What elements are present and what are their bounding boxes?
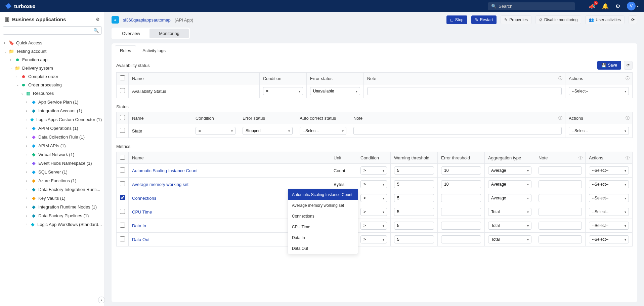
- note-input[interactable]: [539, 166, 582, 175]
- error-status-select[interactable]: Stopped: [243, 127, 293, 135]
- error-threshold-input[interactable]: [441, 194, 481, 202]
- warning-threshold-input[interactable]: [394, 194, 434, 202]
- settings-gear-icon[interactable]: ⚙: [615, 3, 620, 9]
- error-threshold-input[interactable]: [441, 166, 481, 175]
- select-all-checkbox[interactable]: [120, 75, 125, 80]
- aggregation-select[interactable]: Average: [488, 194, 531, 202]
- tree-resource-item[interactable]: › ◆ APIM Operations (1): [0, 124, 104, 132]
- tree-resource-item[interactable]: › ◆ Data Factory Pipelines (1): [0, 211, 104, 220]
- dropdown-item[interactable]: Connections: [288, 211, 358, 222]
- row-checkbox[interactable]: [120, 236, 125, 241]
- warning-threshold-input[interactable]: [394, 222, 434, 230]
- brand-logo[interactable]: turbo360: [5, 3, 35, 9]
- dropdown-item[interactable]: Average memory working set: [288, 200, 358, 211]
- actions-select[interactable]: --Select--: [589, 235, 629, 243]
- actions-select[interactable]: --Select--: [569, 127, 629, 135]
- condition-select[interactable]: >: [360, 180, 387, 188]
- warning-threshold-input[interactable]: [394, 235, 434, 243]
- metric-name-link[interactable]: Data Out: [132, 237, 149, 242]
- aggregation-select[interactable]: Total: [488, 222, 531, 230]
- dropdown-item[interactable]: Automatic Scaling Instance Count: [288, 189, 358, 200]
- warning-threshold-input[interactable]: [394, 180, 434, 188]
- condition-select[interactable]: >: [360, 208, 387, 216]
- row-checkbox[interactable]: [120, 88, 125, 93]
- actions-select[interactable]: --Select--: [589, 166, 629, 175]
- condition-select[interactable]: >: [360, 222, 387, 230]
- row-checkbox[interactable]: [120, 181, 125, 186]
- stop-button[interactable]: ◻Stop: [446, 15, 467, 24]
- info-icon[interactable]: ⓘ: [626, 76, 630, 81]
- select-all-checkbox[interactable]: [120, 115, 125, 120]
- tree-testing-account[interactable]: ⌄ 📁 Testing account: [0, 47, 104, 55]
- row-checkbox[interactable]: [120, 195, 125, 200]
- tab-monitoring[interactable]: Monitoring: [149, 29, 189, 38]
- sidebar-search-input[interactable]: [6, 28, 93, 33]
- auto-correct-select[interactable]: --Select--: [300, 127, 346, 135]
- row-checkbox[interactable]: [120, 223, 125, 228]
- note-input[interactable]: [353, 127, 562, 135]
- refresh-section-button[interactable]: ⟳: [624, 61, 633, 70]
- condition-select[interactable]: >: [360, 166, 387, 175]
- aggregation-select[interactable]: Total: [488, 235, 531, 243]
- tree-delivery-system[interactable]: ⌄ 📁 Delivery system: [0, 64, 104, 72]
- metric-name-link[interactable]: Data In: [132, 223, 146, 228]
- sidebar-search[interactable]: 🔍: [3, 26, 102, 35]
- global-search[interactable]: 🔍: [488, 2, 575, 10]
- tree-quick-access[interactable]: › 🔖 Quick Access: [0, 39, 104, 47]
- tree-complete-order[interactable]: › Complete order: [0, 72, 104, 81]
- error-threshold-input[interactable]: [441, 235, 481, 243]
- save-button[interactable]: 💾Save: [597, 61, 621, 70]
- tree-function-app[interactable]: › Function app: [0, 55, 104, 64]
- actions-select[interactable]: --Select--: [589, 222, 629, 230]
- info-icon[interactable]: ⓘ: [626, 155, 630, 161]
- row-checkbox[interactable]: [120, 128, 125, 133]
- tab-overview[interactable]: Overview: [113, 29, 149, 38]
- metric-name-link[interactable]: Average memory working set: [132, 182, 188, 187]
- info-icon[interactable]: ⓘ: [626, 115, 630, 121]
- error-status-select[interactable]: Unavailable: [310, 87, 360, 95]
- sidebar-gear-icon[interactable]: ⚙: [96, 17, 100, 22]
- global-search-input[interactable]: [499, 4, 572, 9]
- tree-resource-item[interactable]: › ◆ SQL Server (1): [0, 167, 104, 176]
- tree-resource-item[interactable]: › ◆ Logic App Workflows (Standard...: [0, 220, 104, 229]
- tree-resource-item[interactable]: › ◆ Integration Runtime Nodes (1): [0, 202, 104, 211]
- aggregation-select[interactable]: Total: [488, 208, 531, 216]
- subtab-rules[interactable]: Rules: [115, 45, 136, 56]
- info-icon[interactable]: ⓘ: [558, 76, 562, 81]
- refresh-button[interactable]: ⟳: [629, 15, 637, 24]
- note-input[interactable]: [539, 208, 582, 216]
- dropdown-item[interactable]: Data In: [288, 232, 358, 243]
- user-menu[interactable]: V ▾: [627, 2, 639, 10]
- aggregation-select[interactable]: Average: [488, 180, 531, 188]
- tree-resource-item[interactable]: › ◆ Integration Account (1): [0, 106, 104, 115]
- note-input[interactable]: [539, 222, 582, 230]
- warning-threshold-input[interactable]: [394, 208, 434, 216]
- dropdown-item[interactable]: Data Out: [288, 243, 358, 254]
- actions-select[interactable]: --Select--: [589, 194, 629, 202]
- properties-button[interactable]: ✎Properties: [501, 15, 531, 24]
- metric-name-link[interactable]: CPU Time: [132, 209, 152, 215]
- dropdown-item[interactable]: CPU Time: [288, 222, 358, 232]
- tree-resource-item[interactable]: › ◆ Logic Apps Custom Connector (1): [0, 115, 104, 124]
- row-checkbox[interactable]: [120, 167, 125, 173]
- condition-select[interactable]: >: [360, 194, 387, 202]
- tree-resource-item[interactable]: › ◆ App Service Plan (1): [0, 98, 104, 106]
- tree-resource-item[interactable]: › ◆ Azure Functions (1): [0, 176, 104, 185]
- tree-resource-item[interactable]: › ◆ APIM APIs (1): [0, 141, 104, 150]
- info-icon[interactable]: ⓘ: [558, 115, 562, 121]
- tree-resource-item[interactable]: › ◆ Event Hubs Namespace (1): [0, 159, 104, 167]
- condition-select[interactable]: =: [263, 87, 303, 95]
- info-icon[interactable]: ⓘ: [578, 155, 583, 161]
- tree-resource-item[interactable]: › ◆ Virtual Network (1): [0, 150, 104, 159]
- error-threshold-input[interactable]: [441, 208, 481, 216]
- note-input[interactable]: [539, 194, 582, 202]
- user-activities-button[interactable]: 👥User activities: [585, 15, 625, 24]
- restart-button[interactable]: ↻Restart: [471, 15, 497, 24]
- sidebar-collapse-button[interactable]: ‹: [98, 297, 105, 303]
- disable-monitoring-button[interactable]: ⊘Disable monitoring: [535, 15, 581, 24]
- bell-icon[interactable]: 🔔: [602, 3, 609, 9]
- note-input[interactable]: [539, 235, 582, 243]
- metric-name-link[interactable]: Automatic Scaling Instance Count: [132, 168, 198, 173]
- note-input[interactable]: [539, 180, 582, 188]
- select-all-checkbox[interactable]: [120, 155, 125, 160]
